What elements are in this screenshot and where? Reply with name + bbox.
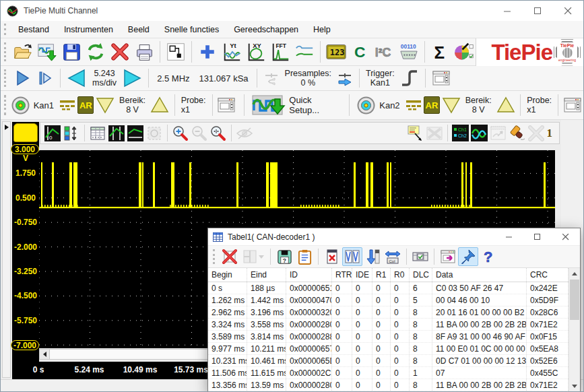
menu-item[interactable]: Bestand	[11, 21, 57, 38]
table-row[interactable]: 10.231 ms10.461 ms0x0000065D000080D C7 0…	[208, 355, 569, 367]
column-header[interactable]: IDE	[352, 268, 372, 282]
vertical-cursors-button[interactable]	[107, 124, 126, 143]
table-delete-button[interactable]	[220, 247, 240, 266]
zoom-out-button[interactable]	[190, 124, 209, 143]
table-close-button[interactable]	[552, 228, 580, 246]
start-button[interactable]	[11, 69, 34, 88]
table-remove-column-button[interactable]	[322, 247, 342, 266]
panel-collapse-strip[interactable]	[2, 121, 11, 378]
save-data-button[interactable]	[35, 40, 59, 64]
channel-levels-button[interactable]	[62, 124, 81, 143]
column-header[interactable]: R0	[391, 268, 410, 282]
meter-button[interactable]: 123	[324, 40, 348, 64]
channel2-range-up-button[interactable]	[494, 96, 517, 115]
y-axis-label[interactable]: 3.000	[11, 144, 39, 154]
table-view-button[interactable]	[88, 124, 107, 143]
serial-decoder-button[interactable]: 00110	[397, 40, 421, 64]
zoom-reset-button[interactable]	[209, 124, 228, 143]
table-row[interactable]: 1.262 ms1.442 ms0x000004700000500 04 46 …	[208, 294, 569, 306]
v-scrollbar-thumb[interactable]	[570, 280, 579, 320]
scroll-left-button[interactable]	[39, 349, 50, 360]
channel2-coupling-button[interactable]	[403, 96, 424, 115]
trace-colors-button[interactable]	[470, 124, 489, 143]
table-row[interactable]: 3.589 ms3.814 ms0x00000288000088F A9 31 …	[208, 331, 569, 343]
save-button[interactable]	[59, 40, 84, 64]
channel1-coupling-button[interactable]	[57, 96, 77, 115]
column-header[interactable]: ID	[286, 268, 332, 282]
y-axis-scrollbar-thumb[interactable]	[13, 123, 38, 142]
y-axis-label[interactable]: -7.000	[11, 340, 39, 350]
add-comment-button[interactable]	[406, 124, 425, 143]
channel1-range-up-button[interactable]	[148, 96, 171, 115]
channel1-autorange-button[interactable]: AR	[77, 96, 94, 114]
legend-button[interactable]: Ch1 Ch2	[451, 124, 470, 143]
channel2-settings-button[interactable]	[562, 96, 583, 115]
table-row[interactable]: 2.962 ms3.196 ms0x000003200000820 01 16 …	[208, 306, 569, 319]
colors-settings-button[interactable]	[453, 40, 477, 64]
horizontal-cursors-button[interactable]	[126, 124, 145, 143]
presamples-inc-button[interactable]	[334, 69, 356, 88]
background-image-button[interactable]	[425, 124, 444, 143]
zoom-in-button[interactable]	[171, 124, 190, 143]
graph-yt-button[interactable]: Yt	[220, 40, 244, 64]
graph-lines-button[interactable]	[292, 40, 317, 64]
table-sort-button[interactable]	[362, 247, 383, 266]
table-column-width-button[interactable]: Col	[383, 247, 403, 266]
table-help-button[interactable]: ?	[478, 247, 498, 266]
table-row[interactable]: 13.356 ms13.59 ms0x000002800000811 BA 00…	[208, 379, 569, 391]
table-minimize-button[interactable]	[495, 228, 523, 246]
zoom-window-button[interactable]	[145, 124, 164, 143]
scope-settings-button[interactable]	[429, 69, 453, 88]
visibility-button[interactable]	[235, 124, 254, 143]
channel1-settings-button[interactable]	[216, 96, 237, 115]
menu-item[interactable]: Instrumenten	[57, 21, 121, 38]
table-v-scrollbar[interactable]	[569, 268, 580, 392]
menu-item[interactable]: Gereedschappen	[226, 21, 306, 38]
add-graph-button[interactable]	[195, 40, 220, 64]
table-maximize-button[interactable]	[523, 228, 552, 246]
column-header[interactable]: Eind	[247, 268, 286, 282]
erase-button[interactable]	[508, 124, 527, 143]
channel1-enable-button[interactable]	[11, 96, 30, 115]
maximize-button[interactable]	[523, 1, 553, 21]
timebase-slower-button[interactable]	[64, 69, 90, 88]
table-show-signals-button[interactable]	[342, 247, 362, 266]
table-save-button[interactable]: ?	[274, 247, 294, 266]
channel1-range-down-button[interactable]	[94, 96, 117, 115]
scroll-down-button[interactable]	[569, 381, 580, 392]
table-row[interactable]: 11.506 ms11.615 ms0x000002C300001070x455…	[208, 367, 569, 379]
menu-item[interactable]: Beeld	[121, 21, 157, 38]
quick-setup-label[interactable]: Quick Setup...	[288, 95, 342, 115]
column-header[interactable]: DLC	[410, 268, 432, 282]
export-graph-button[interactable]	[489, 124, 508, 143]
table-copy-button[interactable]	[294, 247, 315, 266]
table-pin-button[interactable]	[458, 247, 478, 266]
channel2-enable-button[interactable]	[356, 96, 376, 115]
column-header[interactable]: RTR	[332, 268, 352, 282]
column-header[interactable]: Data	[432, 268, 527, 282]
object-tree-button[interactable]	[164, 40, 188, 64]
table-row[interactable]: 9.977 ms10.211 ms0x000006570000811 00 E0…	[208, 343, 569, 355]
axis-offset-button[interactable]: 0	[43, 124, 62, 143]
column-header[interactable]: R1	[372, 268, 391, 282]
column-header[interactable]: Begin	[208, 268, 247, 282]
minimize-button[interactable]	[492, 1, 523, 21]
table-export-button[interactable]	[438, 247, 458, 266]
scroll-up-button[interactable]	[569, 268, 580, 280]
column-header[interactable]: CRC	[527, 268, 569, 282]
close-button[interactable]	[553, 1, 583, 21]
print-button[interactable]	[132, 40, 156, 64]
can-decoder-button[interactable]: C	[348, 40, 372, 64]
sum-math-button[interactable]: Σ	[428, 40, 453, 64]
table-layout-button[interactable]	[240, 247, 267, 266]
timebase-faster-button[interactable]	[119, 69, 145, 88]
oneshot-button[interactable]	[34, 69, 57, 88]
quick-setup-button[interactable]	[251, 96, 288, 115]
presamples-dec-button[interactable]	[261, 69, 282, 88]
refresh-button[interactable]	[84, 40, 108, 64]
clear-graph-button[interactable]	[527, 124, 546, 143]
table-header-row[interactable]: BeginEindIDRTRIDER1R0DLCDataCRC	[208, 268, 569, 282]
table-row[interactable]: 3.324 ms3.558 ms0x000002800000811 BA 00 …	[208, 319, 569, 331]
graph-xy-button[interactable]: XY	[244, 40, 268, 64]
trigger-slope-button[interactable]	[397, 69, 422, 88]
